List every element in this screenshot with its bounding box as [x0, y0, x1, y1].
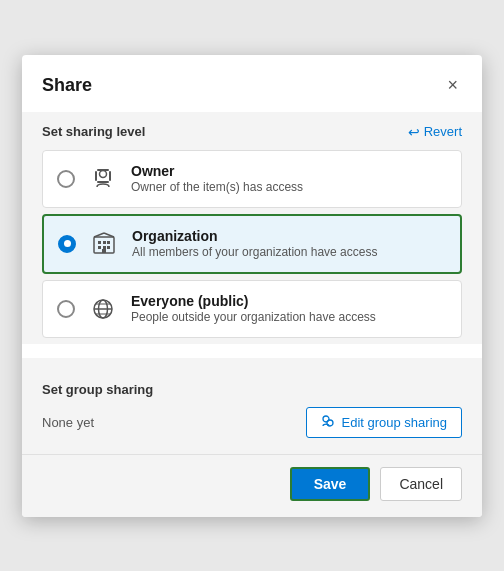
- person-icon: [87, 163, 119, 195]
- share-dialog: Share × Set sharing level ↩ Revert: [22, 55, 482, 517]
- everyone-text: Everyone (public) People outside your or…: [131, 293, 376, 324]
- svg-point-4: [100, 170, 107, 177]
- org-icon: [88, 228, 120, 260]
- svg-rect-8: [107, 241, 110, 244]
- svg-rect-3: [97, 181, 109, 183]
- radio-owner: [57, 170, 75, 188]
- owner-title: Owner: [131, 163, 303, 179]
- options-list: Owner Owner of the item(s) has access: [42, 150, 462, 344]
- save-button[interactable]: Save: [290, 467, 371, 501]
- sharing-level-section: Set sharing level ↩ Revert: [22, 112, 482, 344]
- option-owner[interactable]: Owner Owner of the item(s) has access: [42, 150, 462, 208]
- owner-desc: Owner of the item(s) has access: [131, 180, 303, 194]
- everyone-desc: People outside your organization have ac…: [131, 310, 376, 324]
- edit-group-label: Edit group sharing: [341, 415, 447, 430]
- svg-rect-6: [98, 241, 101, 244]
- revert-label: Revert: [424, 124, 462, 139]
- svg-rect-12: [102, 249, 106, 253]
- group-sharing-row: None yet Edit group sharing: [42, 407, 462, 454]
- dialog-title: Share: [42, 75, 92, 96]
- none-yet-label: None yet: [42, 415, 94, 430]
- svg-rect-7: [103, 241, 106, 244]
- radio-inner: [64, 240, 71, 247]
- group-sharing-section: Set group sharing None yet Edit group sh…: [22, 368, 482, 454]
- org-title: Organization: [132, 228, 377, 244]
- revert-button[interactable]: ↩ Revert: [408, 124, 462, 140]
- svg-rect-9: [98, 246, 101, 249]
- revert-icon: ↩: [408, 124, 420, 140]
- cancel-button[interactable]: Cancel: [380, 467, 462, 501]
- group-section-title: Set group sharing: [42, 382, 153, 397]
- svg-rect-1: [95, 171, 97, 181]
- edit-group-icon: [321, 414, 335, 431]
- svg-rect-10: [103, 246, 106, 249]
- everyone-title: Everyone (public): [131, 293, 376, 309]
- org-desc: All members of your organization have ac…: [132, 245, 377, 259]
- radio-organization: [58, 235, 76, 253]
- svg-rect-11: [107, 246, 110, 249]
- option-everyone[interactable]: Everyone (public) People outside your or…: [42, 280, 462, 338]
- group-section-label: Set group sharing: [42, 382, 462, 397]
- section-divider: [22, 358, 482, 368]
- org-text: Organization All members of your organiz…: [132, 228, 377, 259]
- svg-rect-2: [109, 171, 111, 181]
- edit-group-sharing-button[interactable]: Edit group sharing: [306, 407, 462, 438]
- dialog-header: Share ×: [22, 55, 482, 112]
- radio-everyone: [57, 300, 75, 318]
- owner-text: Owner Owner of the item(s) has access: [131, 163, 303, 194]
- dialog-footer: Save Cancel: [22, 454, 482, 517]
- section-title: Set sharing level: [42, 124, 145, 139]
- option-organization[interactable]: Organization All members of your organiz…: [42, 214, 462, 274]
- globe-icon: [87, 293, 119, 325]
- section-label: Set sharing level ↩ Revert: [42, 124, 462, 140]
- close-button[interactable]: ×: [443, 71, 462, 100]
